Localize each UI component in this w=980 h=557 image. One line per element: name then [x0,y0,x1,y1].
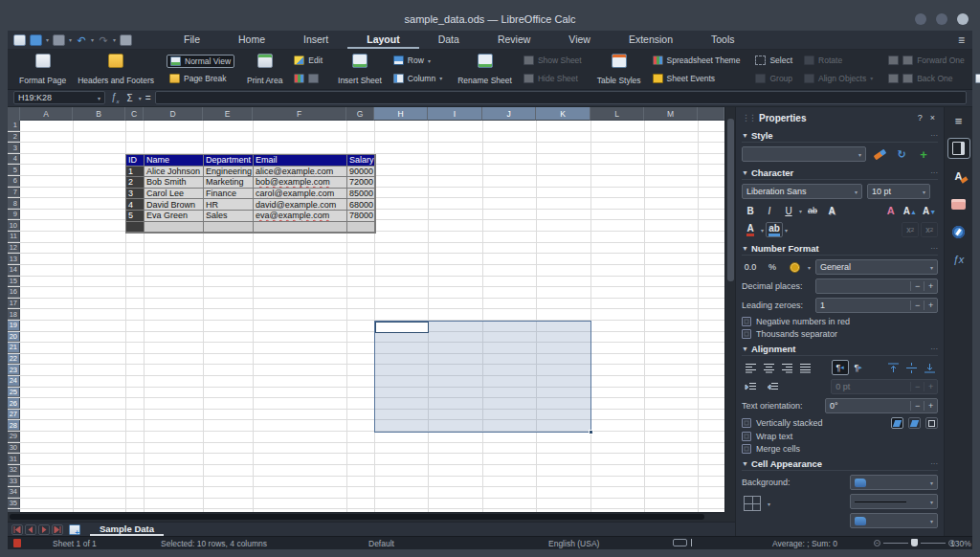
column-header-J[interactable]: J [482,107,536,121]
strikethrough-button[interactable]: ab [804,203,821,218]
decimal-places-stepper[interactable]: − + [815,278,938,294]
cell[interactable]: ID [126,155,145,167]
cell[interactable]: Eva Green [145,211,204,222]
row-header-10[interactable]: 10 [8,220,20,231]
number-format-more-options[interactable]: ··· [930,244,938,253]
tab-tools[interactable]: Tools [692,31,754,49]
row-header-24[interactable]: 24 [8,376,20,387]
italic-button[interactable]: I [761,203,778,218]
bold-button[interactable]: B [742,203,759,218]
indent-plus-button[interactable]: + [924,382,937,391]
column-header-A[interactable]: A [20,107,73,121]
format-page-right-button[interactable]: Format Page [972,73,980,84]
cell[interactable]: Carol Lee [145,189,204,200]
row-header-22[interactable]: 22 [8,354,20,365]
align-top-button[interactable] [884,360,902,375]
forward-one-button[interactable]: Forward One [885,55,968,66]
undo-icon[interactable]: ↶ [76,34,87,46]
negative-red-checkbox[interactable] [742,317,751,326]
hide-sheet-button[interactable]: Hide Sheet [521,73,585,84]
sidebar-close-button[interactable]: × [927,113,938,123]
cell[interactable]: Email [254,155,347,167]
font-name-select[interactable]: Liberation Sans ▾ [742,184,862,199]
cell-appearance-section-header[interactable]: ▼ Cell Appearance ··· [742,457,938,471]
increase-indent-button[interactable] [742,379,759,394]
row-header-17[interactable]: 17 [8,299,20,309]
row-header-34[interactable]: 34 [8,487,20,498]
alignment-more-options[interactable]: ··· [930,345,938,353]
row-header-14[interactable]: 14 [8,265,20,276]
row-header-20[interactable]: 20 [8,332,20,343]
cell[interactable]: bob@example.com [254,177,347,189]
superscript-button[interactable]: x2 [902,222,919,237]
next-sheet-button[interactable] [38,524,50,535]
cell[interactable]: 72000 [347,177,375,189]
deck-grip[interactable]: ⋮⋮ [742,113,755,123]
cell[interactable]: 90000 [347,167,375,178]
update-style-button[interactable]: ↻ [893,146,910,162]
paragraph-rtl-button[interactable]: ¶▸ [850,360,867,375]
cell[interactable]: Alice Johnson [145,167,204,178]
close-button[interactable] [957,13,969,25]
border-color-dropdown[interactable]: ▾ [850,513,938,528]
row-header-35[interactable]: 35 [8,499,20,509]
cell[interactable]: 1 [126,167,145,178]
formula-input[interactable] [155,91,967,104]
column-header-D[interactable]: D [144,107,203,121]
cell[interactable]: Bob Smith [145,177,204,189]
minimize-button[interactable] [915,13,926,25]
align-center-button[interactable] [760,360,777,375]
format-page-button[interactable]: Format Page [16,52,69,87]
cell-appearance-more-options[interactable]: ··· [930,459,938,468]
tab-home[interactable]: Home [219,31,284,49]
row-header-4[interactable]: 4 [8,154,20,165]
tab-data[interactable]: Data [419,31,479,49]
column-header-K[interactable]: K [536,107,590,121]
column-header-partial[interactable] [698,107,724,121]
row-header-23[interactable]: 23 [8,365,20,375]
text-orientation-stepper[interactable]: 0° − + [825,398,938,413]
character-more-options[interactable]: ··· [930,168,938,177]
normal-view-button[interactable]: Normal View [167,55,234,68]
cell[interactable]: 78000 [347,211,375,222]
column-header-F[interactable]: F [253,107,346,121]
row-header-31[interactable]: 31 [8,454,20,464]
cell[interactable]: 3 [126,189,145,200]
border-line-style-dropdown[interactable]: ▾ [850,494,938,509]
row-header-2[interactable]: 2 [8,132,20,143]
tab-review[interactable]: Review [479,31,549,49]
rotate-text-standard-button[interactable] [925,417,938,429]
column-header-I[interactable]: I [428,107,482,121]
row-header-21[interactable]: 21 [8,343,20,353]
column-menu-button[interactable]: Column▾ [390,73,445,84]
orientation-minus-button[interactable]: − [910,401,924,411]
sheet-tab-sample-data[interactable]: Sample Data [90,523,164,536]
redo-icon[interactable]: ↷ [98,34,109,46]
indent-stepper[interactable]: 0 pt − + [831,379,938,394]
align-vcenter-button[interactable] [902,360,920,375]
menubar-hamburger-icon[interactable]: ≡ [958,33,965,47]
cell-borders-button[interactable] [742,494,763,513]
rotate-text-topleft-button[interactable] [891,417,903,429]
sidebar-menu-button[interactable]: ≡ [948,111,969,130]
row-header-16[interactable]: 16 [8,287,20,298]
rotate-button[interactable]: Rotate [801,55,876,66]
grid-cells[interactable]: ABCDEFGHIJKLM123456789101112131415161718… [8,107,724,512]
sidebar-tab-styles[interactable]: A [948,167,969,186]
cell[interactable]: Department [204,155,254,167]
font-color-caret[interactable]: ▾ [761,227,764,234]
new-style-button[interactable]: + [915,146,932,162]
name-box[interactable]: H19:K28 ▾ [13,91,105,104]
decimal-plus-button[interactable]: + [924,281,937,291]
edit-button[interactable]: Edit [291,55,325,66]
cell[interactable] [145,222,204,234]
row-header-27[interactable]: 27 [8,410,20,420]
row-header-18[interactable]: 18 [8,309,20,320]
sum-dropdown-caret[interactable]: ▾ [139,95,142,101]
save-icon[interactable] [53,34,65,46]
row-header-8[interactable]: 8 [8,198,20,209]
cell-style-select[interactable]: ▾ [742,146,866,162]
active-cell[interactable] [375,322,429,333]
page-style-info[interactable]: Default [368,539,394,548]
cell[interactable]: 85000 [347,189,375,200]
